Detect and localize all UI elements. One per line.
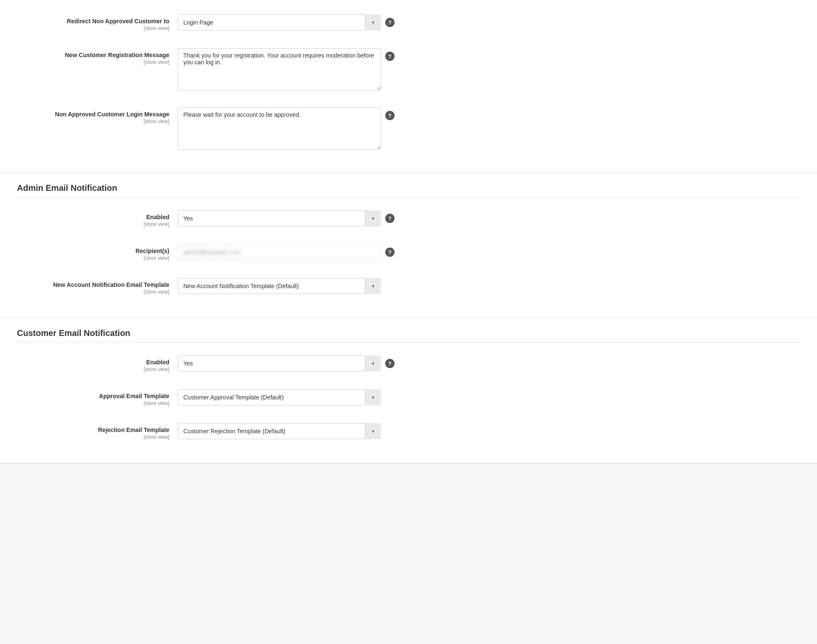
approval-email-template-select-wrapper: Customer Approval Template (Default) bbox=[178, 389, 381, 405]
new-customer-registration-message-sub-label: [store view] bbox=[17, 59, 169, 65]
approval-email-template-select[interactable]: Customer Approval Template (Default) bbox=[178, 389, 381, 405]
admin-email-notification-title-row: Admin Email Notification bbox=[17, 183, 800, 198]
page-wrapper: Redirect Non Approved Customer to [store… bbox=[0, 0, 817, 464]
approval-email-template-sub-label: [store view] bbox=[17, 400, 169, 406]
non-approved-customer-login-message-control-col: Please wait for your account to be appro… bbox=[178, 107, 800, 150]
new-account-notification-email-template-select[interactable]: New Account Notification Template (Defau… bbox=[178, 278, 381, 294]
bottom-border bbox=[0, 463, 817, 464]
admin-email-recipients-label: Recipient(s) bbox=[17, 248, 169, 254]
admin-email-enabled-label: Enabled bbox=[17, 214, 169, 220]
admin-email-recipients-row: Recipient(s) [store view] ? bbox=[17, 240, 800, 265]
customer-email-enabled-help-icon[interactable]: ? bbox=[385, 359, 395, 368]
non-approved-customer-login-message-row: Non Approved Customer Login Message [sto… bbox=[17, 103, 800, 154]
rejection-email-template-label-col: Rejection Email Template [store view] bbox=[17, 423, 178, 440]
non-approved-customer-login-message-sub-label: [store view] bbox=[17, 118, 169, 124]
admin-email-notification-title: Admin Email Notification bbox=[17, 183, 117, 193]
non-approved-customer-login-message-textarea[interactable]: Please wait for your account to be appro… bbox=[178, 107, 381, 150]
customer-email-enabled-select-wrapper: Yes No bbox=[178, 355, 381, 372]
rejection-email-template-sub-label: [store view] bbox=[17, 434, 169, 440]
admin-email-enabled-select[interactable]: Yes No bbox=[178, 210, 381, 226]
customer-email-enabled-label-col: Enabled [store view] bbox=[17, 355, 178, 372]
non-approved-customer-login-message-label: Non Approved Customer Login Message bbox=[17, 111, 169, 118]
approval-email-template-label: Approval Email Template bbox=[17, 393, 169, 399]
customer-email-enabled-label: Enabled bbox=[17, 359, 169, 366]
new-account-notification-email-template-label-col: New Account Notification Email Template … bbox=[17, 278, 178, 295]
redirect-non-approved-sub-label: [store view] bbox=[17, 25, 169, 31]
customer-email-notification-title: Customer Email Notification bbox=[17, 328, 130, 338]
rejection-email-template-row: Rejection Email Template [store view] Cu… bbox=[17, 419, 800, 444]
redirect-non-approved-label-col: Redirect Non Approved Customer to [store… bbox=[17, 14, 178, 31]
customer-email-enabled-sub-label: [store view] bbox=[17, 366, 169, 372]
customer-email-enabled-row: Enabled [store view] Yes No ? bbox=[17, 351, 800, 377]
admin-email-recipients-input[interactable] bbox=[178, 244, 381, 260]
admin-email-recipients-label-col: Recipient(s) [store view] bbox=[17, 244, 178, 261]
non-approved-customer-login-message-help-icon[interactable]: ? bbox=[385, 111, 395, 120]
redirect-non-approved-select[interactable]: Login Page Home Page Custom URL bbox=[178, 14, 381, 30]
new-account-notification-email-template-row: New Account Notification Email Template … bbox=[17, 274, 800, 299]
admin-email-recipients-sub-label: [store view] bbox=[17, 255, 169, 261]
admin-email-enabled-help-icon[interactable]: ? bbox=[385, 214, 395, 223]
new-account-notification-email-template-label: New Account Notification Email Template bbox=[17, 281, 169, 288]
admin-email-enabled-row: Enabled [store view] Yes No ? bbox=[17, 206, 800, 231]
rejection-email-template-label: Rejection Email Template bbox=[17, 427, 169, 433]
redirect-non-approved-row: Redirect Non Approved Customer to [store… bbox=[17, 10, 800, 36]
redirect-non-approved-label: Redirect Non Approved Customer to bbox=[17, 18, 169, 25]
approval-email-template-row: Approval Email Template [store view] Cus… bbox=[17, 385, 800, 410]
new-customer-registration-message-label: New Customer Registration Message bbox=[17, 52, 169, 58]
non-approved-customer-login-message-label-col: Non Approved Customer Login Message [sto… bbox=[17, 107, 178, 124]
customer-email-enabled-control-col: Yes No ? bbox=[178, 355, 800, 372]
approval-email-template-control-col: Customer Approval Template (Default) bbox=[178, 389, 800, 405]
redirect-non-approved-control-col: Login Page Home Page Custom URL ? bbox=[178, 14, 800, 30]
admin-email-recipients-control-col: ? bbox=[178, 244, 800, 260]
new-account-notification-email-template-control-col: New Account Notification Template (Defau… bbox=[178, 278, 800, 294]
admin-email-enabled-sub-label: [store view] bbox=[17, 221, 169, 227]
new-customer-registration-message-label-col: New Customer Registration Message [store… bbox=[17, 48, 178, 65]
admin-email-recipients-help-icon[interactable]: ? bbox=[385, 248, 395, 257]
customer-email-notification-section: Customer Email Notification Enabled [sto… bbox=[0, 318, 817, 463]
new-customer-registration-message-control-col: Thank you for your registration. Your ac… bbox=[178, 48, 800, 91]
rejection-email-template-select-wrapper: Customer Rejection Template (Default) bbox=[178, 423, 381, 439]
new-account-notification-email-template-sub-label: [store view] bbox=[17, 289, 169, 295]
approval-email-template-label-col: Approval Email Template [store view] bbox=[17, 389, 178, 406]
new-customer-registration-message-help-icon[interactable]: ? bbox=[385, 52, 395, 61]
redirect-non-approved-select-wrapper: Login Page Home Page Custom URL bbox=[178, 14, 381, 30]
customer-email-notification-title-row: Customer Email Notification bbox=[17, 328, 800, 343]
admin-email-enabled-control-col: Yes No ? bbox=[178, 210, 800, 226]
rejection-email-template-control-col: Customer Rejection Template (Default) bbox=[178, 423, 800, 439]
new-customer-registration-message-textarea[interactable]: Thank you for your registration. Your ac… bbox=[178, 48, 381, 91]
customer-email-enabled-select[interactable]: Yes No bbox=[178, 355, 381, 372]
rejection-email-template-select[interactable]: Customer Rejection Template (Default) bbox=[178, 423, 381, 439]
admin-email-notification-section: Admin Email Notification Enabled [store … bbox=[0, 173, 817, 318]
redirect-non-approved-help-icon[interactable]: ? bbox=[385, 18, 395, 27]
top-section: Redirect Non Approved Customer to [store… bbox=[0, 0, 817, 173]
new-account-notification-email-template-select-wrapper: New Account Notification Template (Defau… bbox=[178, 278, 381, 294]
new-customer-registration-message-row: New Customer Registration Message [store… bbox=[17, 44, 800, 95]
admin-email-enabled-label-col: Enabled [store view] bbox=[17, 210, 178, 227]
admin-email-enabled-select-wrapper: Yes No bbox=[178, 210, 381, 226]
